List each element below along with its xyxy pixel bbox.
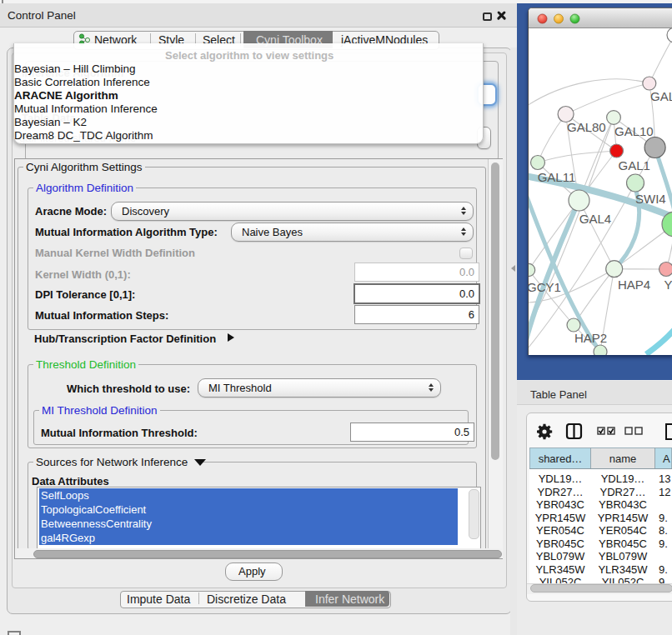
svg-text:GAL10: GAL10: [614, 124, 654, 138]
svg-text:HAP2: HAP2: [574, 331, 607, 345]
svg-text:GCY1: GCY1: [529, 280, 561, 294]
svg-text:YM: YM: [664, 278, 672, 292]
svg-text:HAP4: HAP4: [618, 278, 650, 292]
svg-text:GAL11: GAL11: [538, 170, 576, 184]
svg-text:GAL1: GAL1: [619, 158, 650, 172]
svg-text:GAL2: GAL2: [650, 89, 672, 103]
svg-text:SWI4: SWI4: [635, 192, 666, 206]
svg-text:GAL4: GAL4: [579, 212, 611, 226]
svg-text:GAL80: GAL80: [567, 120, 606, 134]
